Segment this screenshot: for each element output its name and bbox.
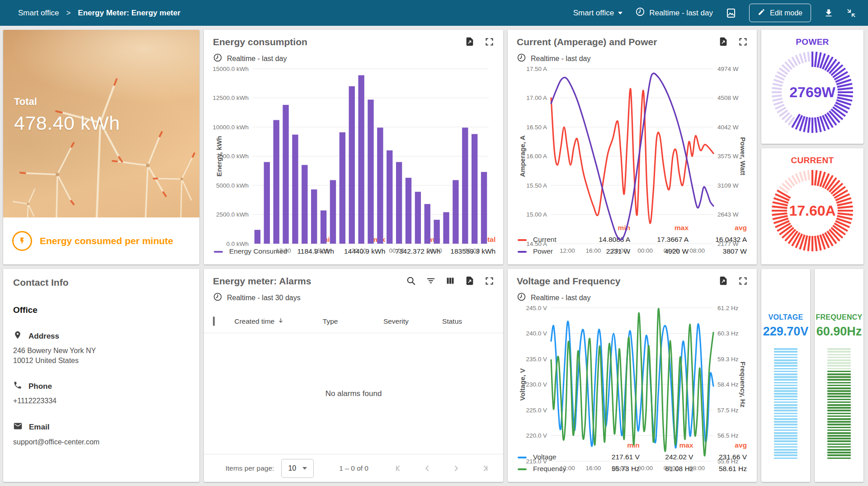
email-icon bbox=[13, 421, 23, 433]
fullscreen-icon[interactable] bbox=[738, 276, 748, 286]
svg-text:240.0 V: 240.0 V bbox=[526, 330, 547, 337]
last-page-icon[interactable] bbox=[481, 464, 490, 473]
voltage-frequency-timewindow[interactable]: Realtime - last day bbox=[517, 292, 748, 303]
svg-text:4042 W: 4042 W bbox=[717, 124, 739, 131]
svg-text:Frequency, Hz: Frequency, Hz bbox=[739, 362, 747, 407]
svg-text:16.00 A: 16.00 A bbox=[526, 153, 547, 160]
page-size-select[interactable]: 10 bbox=[281, 459, 314, 478]
power-radial-gauge: 2769W bbox=[770, 50, 855, 137]
fullscreen-icon[interactable] bbox=[485, 276, 494, 286]
dropdown-caret-icon bbox=[302, 467, 307, 470]
svg-text:16:00: 16:00 bbox=[585, 465, 601, 472]
download-icon[interactable] bbox=[824, 8, 834, 18]
voltage-level-gauge bbox=[774, 348, 797, 460]
energy-per-minute-label: Energy consumed per minute bbox=[40, 236, 173, 246]
columns-icon[interactable] bbox=[446, 276, 455, 285]
select-all-checkbox[interactable] bbox=[213, 316, 215, 326]
amperage-power-card: Current (Amperage) and Power Realtime - … bbox=[508, 30, 757, 264]
svg-text:59.3 Hz: 59.3 Hz bbox=[717, 356, 739, 363]
contact-info-card: Contact Info Office Address 246 Bowery N… bbox=[3, 269, 199, 482]
email-label: Email bbox=[29, 423, 49, 432]
address-line-1: 246 Bowery New York NY bbox=[13, 346, 189, 356]
export-file-icon[interactable] bbox=[718, 37, 728, 47]
clock-icon bbox=[635, 7, 645, 19]
export-file-icon[interactable] bbox=[718, 276, 728, 286]
breadcrumb-separator: > bbox=[66, 9, 71, 18]
top-nav-bar: Smart office > Energy Meter: Energy mete… bbox=[0, 0, 868, 26]
filter-icon[interactable] bbox=[426, 276, 436, 286]
frequency-level-gauge bbox=[827, 348, 851, 460]
svg-text:2643 W: 2643 W bbox=[717, 211, 739, 218]
svg-text:17.50 A: 17.50 A bbox=[526, 66, 547, 72]
svg-text:20:00: 20:00 bbox=[612, 465, 627, 472]
export-file-icon[interactable] bbox=[465, 37, 475, 47]
svg-text:12:00: 12:00 bbox=[276, 247, 291, 254]
energy-chart-timewindow[interactable]: Realtime - last day bbox=[213, 53, 494, 64]
clock-icon bbox=[517, 292, 526, 303]
breadcrumb-current: Energy Meter: Energy meter bbox=[78, 9, 180, 18]
next-page-icon[interactable] bbox=[452, 464, 461, 473]
page-range-label: 1 – 0 of 0 bbox=[339, 464, 368, 472]
no-alarms-message: No alarms found bbox=[204, 333, 503, 454]
svg-text:230.0 V: 230.0 V bbox=[526, 381, 547, 388]
frequency-gauge-card: FREQUENCY 60.90Hz bbox=[815, 269, 863, 482]
svg-text:215.0 V: 215.0 V bbox=[526, 458, 547, 465]
edit-mode-button[interactable]: Edit mode bbox=[749, 4, 811, 22]
column-created-time[interactable]: Created time bbox=[235, 317, 323, 326]
timewindow-label: Realtime - last 30 days bbox=[227, 294, 301, 302]
svg-text:0.0 kWh: 0.0 kWh bbox=[226, 241, 249, 247]
svg-text:4508 W: 4508 W bbox=[717, 94, 739, 101]
voltage-gauge-card: VOLTAGE 229.70V bbox=[761, 269, 810, 482]
svg-text:2177 W: 2177 W bbox=[717, 241, 739, 247]
amperage-power-timewindow[interactable]: Realtime - last day bbox=[517, 53, 748, 64]
clock-icon bbox=[213, 53, 222, 64]
search-icon[interactable] bbox=[406, 276, 416, 286]
edit-pencil-icon bbox=[758, 8, 765, 18]
amperage-power-title: Current (Amperage) and Power bbox=[517, 37, 657, 47]
energy-chart-title: Energy consumption bbox=[213, 37, 307, 47]
fullscreen-icon[interactable] bbox=[485, 37, 494, 47]
svg-text:Energy, kWh: Energy, kWh bbox=[215, 136, 223, 177]
prev-page-icon[interactable] bbox=[423, 464, 432, 473]
sort-desc-icon bbox=[277, 317, 284, 326]
fullscreen-icon[interactable] bbox=[738, 37, 748, 47]
address-line-2: 10012 United States bbox=[13, 356, 189, 366]
first-page-icon[interactable] bbox=[394, 464, 403, 473]
total-value: 478.40 kWh bbox=[14, 112, 120, 134]
svg-text:5000.0 kWh: 5000.0 kWh bbox=[216, 182, 249, 189]
export-file-icon[interactable] bbox=[465, 276, 475, 286]
current-gauge-title: CURRENT bbox=[791, 156, 834, 165]
svg-text:15000.0 kWh: 15000.0 kWh bbox=[213, 66, 249, 72]
svg-text:14.50 A: 14.50 A bbox=[526, 241, 547, 247]
clock-icon bbox=[517, 53, 526, 64]
svg-text:4974 W: 4974 W bbox=[717, 66, 739, 72]
svg-text:2500.0 kWh: 2500.0 kWh bbox=[216, 211, 249, 218]
alarms-timewindow[interactable]: Realtime - last 30 days bbox=[204, 292, 503, 303]
alarms-card: Energy meter: Alarms bbox=[204, 269, 503, 482]
dashboard-image-icon[interactable] bbox=[726, 8, 736, 19]
flash-icon bbox=[12, 231, 32, 251]
alarms-pagination: Items per page: 10 1 – 0 of 0 bbox=[204, 454, 503, 482]
entity-select[interactable]: Smart office bbox=[573, 9, 623, 18]
energy-consumption-card: Energy consumption Realtime - last day 1… bbox=[204, 30, 503, 264]
amperage-power-line-chart: 17.50 A4974 W17.00 A4508 W16.50 A4042 W1… bbox=[517, 64, 748, 221]
frequency-gauge-value: 60.90Hz bbox=[816, 325, 862, 339]
svg-text:08:00: 08:00 bbox=[465, 247, 480, 254]
column-severity[interactable]: Severity bbox=[383, 317, 442, 326]
svg-text:56.5 Hz: 56.5 Hz bbox=[717, 432, 739, 439]
phone-label: Phone bbox=[28, 382, 52, 391]
svg-text:15.00 A: 15.00 A bbox=[526, 211, 547, 218]
alarms-table-header: Created time Type Severity Status bbox=[204, 310, 503, 333]
energy-bar-chart: 15000.0 kWh12500.0 kWh10000.0 kWh7500.0 … bbox=[213, 64, 494, 233]
svg-text:220.0 V: 220.0 V bbox=[526, 432, 547, 439]
column-type[interactable]: Type bbox=[323, 317, 383, 326]
breadcrumb-root[interactable]: Smart office bbox=[18, 9, 59, 18]
svg-text:12:00: 12:00 bbox=[560, 465, 575, 472]
collapse-icon[interactable] bbox=[846, 8, 856, 18]
total-label: Total bbox=[14, 96, 120, 108]
column-status[interactable]: Status bbox=[442, 317, 494, 326]
svg-text:2769W: 2769W bbox=[789, 84, 835, 100]
timewindow-button[interactable]: Realtime - last day bbox=[635, 7, 713, 19]
svg-text:08:00: 08:00 bbox=[689, 247, 705, 254]
phone-value: +1112223334 bbox=[13, 396, 189, 406]
